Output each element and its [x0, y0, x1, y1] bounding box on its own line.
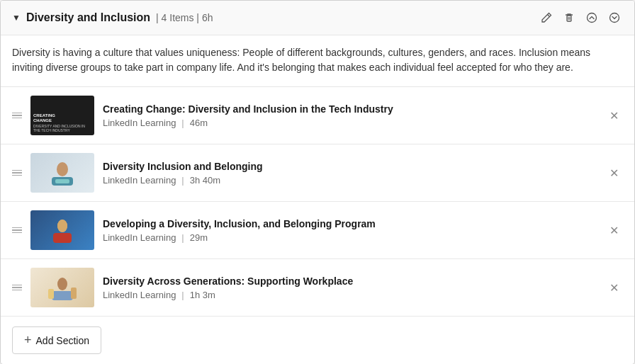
woman-books-illustration [45, 273, 80, 302]
item-info: Diversity Across Generations: Supporting… [103, 275, 597, 300]
drag-handle[interactable] [12, 285, 22, 291]
item-title: Developing a Diversity, Inclusion, and B… [103, 218, 597, 229]
chevron-down-circle-icon [609, 12, 620, 23]
edit-button[interactable] [538, 9, 555, 26]
svg-rect-7 [53, 233, 72, 243]
item-meta: LinkedIn Learning | 3h 40m [103, 175, 597, 186]
svg-point-9 [57, 278, 67, 290]
svg-point-2 [610, 13, 619, 23]
delete-button[interactable] [561, 9, 578, 26]
item-info: Diversity Inclusion and Belonging Linked… [103, 161, 597, 186]
svg-rect-0 [567, 16, 571, 21]
svg-point-8 [57, 220, 67, 232]
add-section-button[interactable]: + Add Section [12, 326, 101, 354]
svg-rect-5 [55, 179, 69, 183]
remove-item-button[interactable]: ✕ [605, 221, 623, 240]
collapse-chevron-icon[interactable]: ▼ [12, 13, 21, 23]
svg-point-1 [588, 13, 597, 23]
items-list: CreatingChange DIVERSITY AND INCLUSION I… [1, 87, 634, 317]
item-meta: LinkedIn Learning | 46m [103, 118, 597, 128]
list-item: Developing a Diversity, Inclusion, and B… [1, 202, 634, 259]
add-section-label: Add Section [36, 335, 90, 346]
move-down-button[interactable] [606, 9, 623, 26]
item-meta: LinkedIn Learning | 29m [103, 232, 597, 243]
item-thumbnail [30, 153, 94, 193]
svg-rect-12 [71, 288, 77, 299]
learning-section-panel: ▼ Diversity and Inclusion | 4 Items | 6h [0, 0, 635, 364]
svg-rect-10 [52, 291, 73, 300]
item-meta: LinkedIn Learning | 1h 3m [103, 290, 597, 300]
drag-handle[interactable] [12, 113, 22, 119]
section-actions [538, 9, 623, 26]
list-item: Diversity Across Generations: Supporting… [1, 259, 634, 317]
drag-handle[interactable] [12, 170, 22, 176]
move-up-button[interactable] [583, 9, 600, 26]
woman-laptop-illustration [45, 159, 80, 187]
remove-item-button[interactable]: ✕ [605, 164, 623, 183]
item-thumbnail: CreatingChange DIVERSITY AND INCLUSION I… [30, 96, 94, 135]
item-title: Creating Change: Diversity and Inclusion… [103, 103, 597, 115]
svg-rect-11 [48, 289, 54, 299]
svg-point-3 [57, 162, 68, 176]
chevron-up-circle-icon [586, 12, 597, 23]
section-description: Diversity is having a culture that value… [1, 35, 634, 87]
remove-item-button[interactable]: ✕ [605, 278, 623, 297]
woman-red-illustration [45, 216, 80, 244]
item-title: Diversity Across Generations: Supporting… [103, 275, 597, 287]
section-header-left: ▼ Diversity and Inclusion | 4 Items | 6h [12, 11, 538, 24]
list-item: Diversity Inclusion and Belonging Linked… [1, 144, 634, 202]
section-header: ▼ Diversity and Inclusion | 4 Items | 6h [1, 1, 634, 35]
item-thumbnail [30, 268, 94, 307]
remove-item-button[interactable]: ✕ [605, 106, 623, 125]
item-info: Developing a Diversity, Inclusion, and B… [103, 218, 597, 243]
section-title: Diversity and Inclusion [26, 11, 150, 24]
item-title: Diversity Inclusion and Belonging [103, 161, 597, 172]
trash-icon [563, 12, 575, 23]
drag-handle[interactable] [12, 227, 22, 234]
plus-icon: + [24, 333, 32, 348]
item-thumbnail [30, 210, 94, 250]
edit-icon [541, 12, 552, 23]
list-item: CreatingChange DIVERSITY AND INCLUSION I… [1, 87, 634, 144]
section-meta: | 4 Items | 6h [156, 12, 213, 23]
item-info: Creating Change: Diversity and Inclusion… [103, 103, 597, 128]
add-section-area: + Add Section [1, 317, 634, 364]
